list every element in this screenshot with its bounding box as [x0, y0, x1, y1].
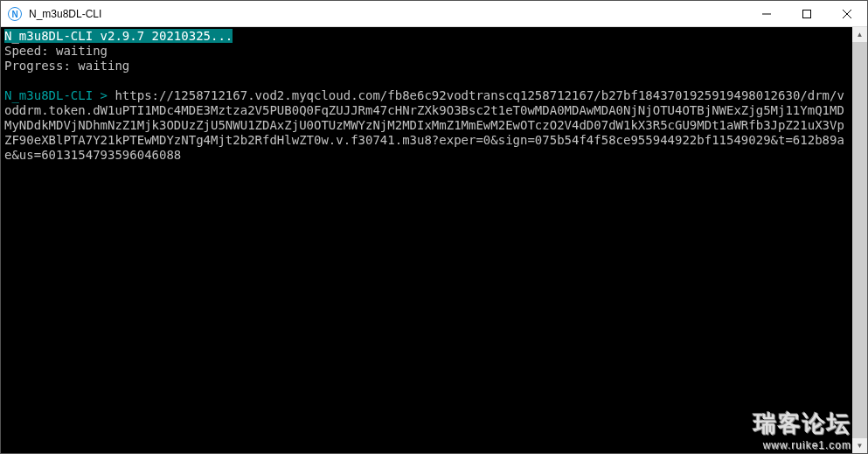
close-button[interactable]: [827, 1, 867, 26]
svg-text:N: N: [11, 10, 17, 19]
scroll-track[interactable]: [852, 42, 867, 438]
window-controls: [746, 1, 867, 26]
app-icon: N: [8, 7, 22, 21]
vertical-scrollbar[interactable]: ▲ ▼: [852, 27, 867, 453]
terminal-area: N_m3u8DL-CLI v2.9.7 20210325... Speed: w…: [1, 27, 867, 453]
app-version-header: N_m3u8DL-CLI v2.9.7 20210325...: [4, 29, 233, 43]
scroll-thumb[interactable]: [852, 42, 867, 438]
speed-line: Speed: waiting: [4, 44, 108, 58]
prompt: N_m3u8DL-CLI >: [4, 88, 115, 102]
minimize-button[interactable]: [746, 1, 787, 26]
progress-line: Progress: waiting: [4, 59, 129, 73]
maximize-button[interactable]: [787, 1, 827, 26]
window-title: N_m3u8DL-CLI: [29, 8, 746, 20]
titlebar[interactable]: N N_m3u8DL-CLI: [1, 1, 867, 27]
svg-rect-3: [803, 10, 811, 17]
command-input[interactable]: https://1258712167.vod2.myqcloud.com/fb8…: [4, 88, 844, 162]
scroll-down-button[interactable]: ▼: [852, 438, 867, 453]
terminal-output[interactable]: N_m3u8DL-CLI v2.9.7 20210325... Speed: w…: [1, 27, 852, 453]
scroll-up-button[interactable]: ▲: [852, 27, 867, 42]
app-window: N N_m3u8DL-CLI N_m3u8DL-CLI v2.9.7 20210…: [0, 0, 868, 454]
